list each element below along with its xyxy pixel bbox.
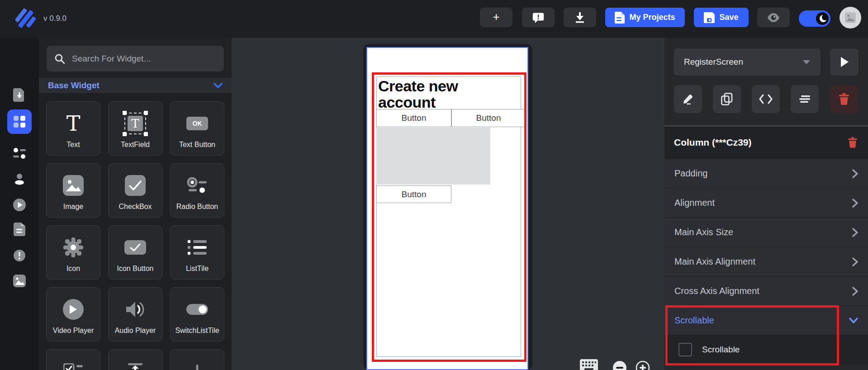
widget-card-textfield[interactable]: T TextField: [108, 101, 162, 156]
plus-icon: +: [493, 11, 499, 23]
toggle-knob: [816, 12, 829, 25]
scrollable-option-row[interactable]: Scrollable: [664, 335, 868, 365]
widget-card-partial-1[interactable]: [46, 349, 100, 370]
play-circle-icon: [13, 198, 26, 212]
gear-icon: [63, 237, 84, 258]
feedback-icon: [532, 12, 544, 24]
widget-label: Icon: [47, 265, 100, 273]
inspector-panel: RegisterScreen: [664, 38, 868, 370]
textfield-widget-icon: T: [124, 113, 146, 134]
property-row-padding[interactable]: Padding: [664, 159, 868, 188]
save-button[interactable]: Save: [694, 8, 749, 27]
run-button[interactable]: [830, 48, 859, 76]
tune-icon: [12, 147, 27, 159]
image-widget-icon: [63, 175, 84, 196]
icon-button-widget-icon: [124, 240, 146, 255]
save-label: Save: [719, 13, 738, 22]
avatar[interactable]: [840, 7, 861, 28]
chevron-right-icon: [852, 287, 858, 296]
section-label: Base Widget: [48, 81, 100, 90]
download-icon: [574, 12, 585, 24]
rail-item-tune[interactable]: [0, 143, 39, 164]
widget-card-icon-button[interactable]: Icon Button: [108, 225, 162, 280]
keyboard-toggle-button[interactable]: [579, 359, 599, 370]
widget-card-listtile[interactable]: ListTile: [170, 225, 224, 280]
app-window: v 0.9.0 + My Proj: [0, 0, 868, 370]
checkbox-widget-icon: [125, 175, 146, 196]
widget-card-checkbox[interactable]: CheckBox: [108, 163, 162, 218]
play-icon: [840, 57, 849, 67]
widget-card-radio-button[interactable]: Radio Button: [170, 163, 224, 218]
chevron-down-icon: [213, 83, 223, 88]
scrollable-checkbox[interactable]: [678, 343, 692, 356]
screen-selector-dropdown[interactable]: RegisterScreen: [674, 48, 821, 76]
widget-label: Audio Player: [109, 327, 162, 335]
radio-widget-icon: [186, 176, 208, 194]
widget-card-audio-player[interactable]: Audio Player: [108, 287, 162, 342]
widget-card-switchlisttile[interactable]: SwitchListTile: [170, 287, 224, 342]
zoom-in-button[interactable]: [636, 361, 650, 370]
search-icon: [55, 54, 65, 64]
left-rail: [0, 38, 39, 370]
my-projects-button[interactable]: My Projects: [605, 8, 685, 27]
search-input[interactable]: [71, 53, 216, 64]
preview-button[interactable]: [757, 8, 790, 27]
scrollable-checkbox-label: Scrollable: [702, 345, 740, 355]
zoom-out-icon: [612, 361, 627, 370]
phone-screen[interactable]: Create new account Button Button Button: [366, 47, 528, 370]
widget-panel: Base Widget T Text T: [39, 38, 232, 370]
phone-device: Create new account Button Button Button: [363, 44, 532, 370]
dark-mode-toggle[interactable]: [799, 10, 830, 27]
property-row-main-axis-alignment[interactable]: Main Axis Alignment: [664, 247, 868, 276]
rail-item-issues[interactable]: [0, 245, 39, 266]
widget-card-partial-3[interactable]: [170, 349, 224, 370]
warning-icon: [13, 249, 26, 262]
download-button[interactable]: [564, 8, 596, 27]
base-widget-section-header[interactable]: Base Widget: [39, 78, 232, 93]
widget-search[interactable]: [47, 46, 224, 71]
property-row-alignment[interactable]: Alignment: [664, 189, 868, 217]
rail-item-widgets[interactable]: [7, 109, 32, 134]
widget-label: Image: [47, 203, 100, 211]
rail-item-account[interactable]: [0, 169, 39, 190]
widget-card-text[interactable]: T Text: [46, 101, 100, 156]
checklist-icon: [63, 363, 83, 370]
property-row-main-axis-size[interactable]: Main Axis Size: [664, 218, 868, 247]
widgets-icon: [13, 115, 26, 128]
align-button[interactable]: [791, 85, 819, 113]
video-player-widget-icon: [63, 299, 84, 320]
zoom-out-button[interactable]: [612, 361, 627, 370]
add-button[interactable]: +: [480, 8, 512, 27]
rail-item-download[interactable]: [0, 85, 39, 105]
switch-widget-icon: [186, 304, 208, 315]
chevron-down-icon: [849, 318, 858, 323]
view-code-button[interactable]: [752, 85, 780, 113]
property-row-cross-axis-alignment[interactable]: Cross Axis Alignment: [664, 277, 868, 305]
chevron-down-icon: [802, 60, 811, 65]
trash-icon: [839, 93, 849, 105]
edit-button[interactable]: [674, 85, 702, 113]
widget-card-video-player[interactable]: Video Player: [46, 287, 100, 342]
chevron-right-icon: [852, 199, 858, 208]
property-row-scrollable[interactable]: Scrollable: [664, 306, 868, 335]
duplicate-button[interactable]: [713, 85, 741, 113]
trash-icon[interactable]: [848, 137, 857, 148]
widget-card-image[interactable]: Image: [46, 163, 100, 218]
copy-icon: [721, 93, 733, 105]
save-icon: [704, 12, 715, 23]
widget-label: SwitchListTile: [171, 327, 224, 335]
widget-card-partial-2[interactable]: [108, 349, 162, 370]
rail-item-media[interactable]: [0, 194, 39, 215]
rail-item-pages[interactable]: [0, 219, 39, 240]
zoom-in-icon: [636, 361, 650, 370]
screen-selector-value: RegisterScreen: [684, 57, 743, 67]
widget-card-text-button[interactable]: OK Text Button: [170, 101, 224, 156]
selected-widget-header: Column (***Cz39): [664, 126, 868, 159]
design-canvas[interactable]: Create new account Button Button Button: [232, 38, 664, 370]
widget-card-icon[interactable]: Icon: [46, 225, 100, 280]
rail-item-assets[interactable]: [0, 270, 39, 291]
image-icon: [845, 12, 856, 23]
delete-widget-button[interactable]: [830, 85, 858, 113]
feedback-button[interactable]: [522, 8, 555, 27]
selected-widget-title: Column (***Cz39): [674, 137, 752, 148]
